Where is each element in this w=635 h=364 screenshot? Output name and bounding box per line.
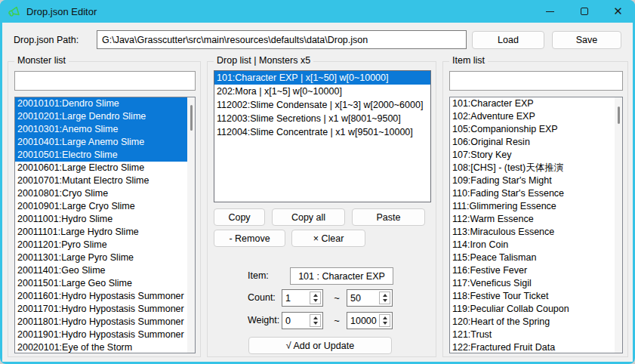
list-item[interactable]: 101:Character EXP: [450, 97, 615, 110]
spin-up-button[interactable]: [380, 315, 390, 321]
spin-down-button[interactable]: [310, 321, 320, 327]
list-item[interactable]: 20010901:Large Cryo Slime: [15, 200, 187, 213]
list-item[interactable]: 105:Companionship EXP: [450, 123, 615, 136]
count-min-spinner[interactable]: 1: [282, 289, 323, 307]
paste-button[interactable]: Paste: [352, 208, 425, 226]
spin-up-button[interactable]: [380, 292, 390, 298]
count-min-spin-buttons: [310, 292, 321, 304]
item-list-rows: 101:Character EXP102:Adventure EXP105:Co…: [450, 97, 615, 353]
minimize-button[interactable]: [533, 0, 567, 23]
list-item[interactable]: 112:Warm Essence: [450, 213, 615, 226]
weight-min-spin-buttons: [310, 314, 321, 327]
list-item[interactable]: 20020101:Eye of the Storm: [15, 341, 187, 353]
list-item[interactable]: 115:Peace Talisman: [450, 251, 615, 264]
list-item[interactable]: 102:Adventure EXP: [450, 110, 615, 123]
load-button[interactable]: Load: [472, 31, 544, 49]
add-or-update-button[interactable]: √ Add or Update: [248, 337, 392, 354]
list-item[interactable]: 20010701:Mutant Electro Slime: [15, 174, 187, 187]
chevron-down-icon: [313, 322, 318, 325]
spin-up-button[interactable]: [310, 315, 320, 321]
list-item[interactable]: 20011701:Hydro Hypostasis Summoner: [15, 303, 187, 316]
app-window: Drop.json Editor ✕ Drop.json Path: Load …: [0, 0, 635, 364]
count-min-value[interactable]: 1: [282, 293, 310, 304]
list-item[interactable]: 20011601:Hydro Hypostasis Summoner: [15, 290, 187, 303]
list-item[interactable]: 120:Heart of the Spring: [450, 316, 615, 329]
title-bar[interactable]: Drop.json Editor ✕: [0, 0, 635, 23]
spin-down-button[interactable]: [380, 298, 390, 304]
count-max-spinner[interactable]: 50: [347, 289, 393, 307]
list-item[interactable]: 119:Peculiar Collab Coupon: [450, 303, 615, 316]
list-item[interactable]: 20010401:Large Anemo Slime: [15, 136, 187, 149]
list-item[interactable]: 20011201:Pyro Slime: [15, 239, 187, 251]
list-item[interactable]: 20010201:Large Dendro Slime: [15, 110, 187, 123]
list-item[interactable]: 122:Fractured Fruit Data: [450, 341, 615, 353]
monster-list-title: Monster list: [14, 55, 69, 66]
list-item[interactable]: 20010101:Dendro Slime: [15, 97, 187, 110]
close-button[interactable]: ✕: [601, 0, 635, 23]
count-max-value[interactable]: 50: [347, 293, 379, 304]
list-item[interactable]: 116:Festive Fever: [450, 264, 615, 277]
list-item[interactable]: 112004:Slime Concentrate | x1 w[9501~100…: [214, 125, 430, 139]
monster-scrollbar-track[interactable]: [187, 97, 195, 353]
list-item[interactable]: 20011501:Large Geo Slime: [15, 277, 187, 290]
copy-all-button[interactable]: Copy all: [272, 208, 345, 226]
drop-list-group: Drop list | Monsters x5 101:Character EX…: [207, 61, 436, 357]
list-item[interactable]: 108:[CHS] - (test)天体推演: [450, 162, 615, 174]
list-item[interactable]: 20011101:Large Hydro Slime: [15, 226, 187, 239]
list-item[interactable]: 121:Trust: [450, 329, 615, 341]
chevron-down-icon: [383, 322, 387, 325]
list-item[interactable]: 112002:Slime Condensate | x[1~3] w[2000~…: [214, 98, 430, 112]
list-item[interactable]: 20010301:Anemo Slime: [15, 123, 187, 136]
count-max-spin-buttons: [379, 292, 390, 304]
item-value-field[interactable]: 101 : Character EXP: [290, 267, 393, 285]
item-scrollbar-track[interactable]: [615, 97, 622, 353]
list-item[interactable]: 20010501:Electro Slime: [15, 149, 187, 162]
item-scrollbar-thumb[interactable]: [618, 106, 620, 124]
weight-max-value[interactable]: 10000: [347, 316, 379, 326]
weight-min-spinner[interactable]: 0: [282, 312, 323, 329]
weight-max-spinner[interactable]: 10000: [347, 312, 393, 329]
list-item[interactable]: 117:Veneficus Sigil: [450, 277, 615, 290]
list-item[interactable]: 109:Fading Star's Might: [450, 174, 615, 187]
list-item[interactable]: 20010801:Cryo Slime: [15, 187, 187, 200]
monster-listbox[interactable]: 20010101:Dendro Slime20010201:Large Dend…: [14, 97, 196, 353]
list-item[interactable]: 20011901:Hydro Hypostasis Summoner: [15, 329, 187, 341]
list-item[interactable]: 202:Mora | x[1~5] w[0~10000]: [214, 85, 430, 98]
list-item[interactable]: 20011801:Hydro Hypostasis Summoner: [15, 316, 187, 329]
list-item[interactable]: 111:Glimmering Essence: [450, 200, 615, 213]
minimize-icon: [546, 11, 554, 12]
spin-down-button[interactable]: [310, 298, 320, 304]
chevron-up-icon: [313, 316, 318, 319]
list-item[interactable]: 110:Fading Star's Essence: [450, 187, 615, 200]
item-search-input[interactable]: [449, 71, 623, 91]
path-label: Drop.json Path:: [14, 35, 79, 45]
list-item[interactable]: 20011401:Geo Slime: [15, 264, 187, 277]
list-item[interactable]: 112003:Slime Secretions | x1 w[8001~9500…: [214, 112, 430, 125]
remove-button[interactable]: - Remove: [214, 230, 285, 247]
maximize-icon: [581, 8, 588, 15]
save-button[interactable]: Save: [552, 31, 621, 49]
list-item[interactable]: 20011301:Large Pyro Slime: [15, 251, 187, 264]
path-input[interactable]: [97, 30, 467, 49]
item-listbox[interactable]: 101:Character EXP102:Adventure EXP105:Co…: [449, 97, 623, 353]
weight-field-label: Weight:: [248, 315, 279, 325]
item-list-group: Item list 101:Character EXP102:Adventure…: [442, 61, 628, 357]
drop-listbox[interactable]: 101:Character EXP | x[1~50] w[0~10000]20…: [214, 70, 431, 202]
clear-button[interactable]: × Clear: [291, 230, 365, 247]
monster-scrollbar-thumb[interactable]: [190, 105, 193, 131]
list-item[interactable]: 101:Character EXP | x[1~50] w[0~10000]: [214, 71, 430, 85]
maximize-button[interactable]: [567, 0, 601, 23]
list-item[interactable]: 20010601:Large Electro Slime: [15, 162, 187, 174]
monster-search-input[interactable]: [14, 71, 196, 91]
count-field-label: Count:: [248, 292, 276, 303]
copy-button[interactable]: Copy: [214, 208, 265, 226]
list-item[interactable]: 20011001:Hydro Slime: [15, 213, 187, 226]
spin-down-button[interactable]: [380, 321, 390, 327]
list-item[interactable]: 118:Festive Tour Ticket: [450, 290, 615, 303]
list-item[interactable]: 106:Original Resin: [450, 136, 615, 149]
weight-min-value[interactable]: 0: [282, 316, 310, 326]
list-item[interactable]: 113:Miraculous Essence: [450, 226, 615, 239]
list-item[interactable]: 107:Story Key: [450, 149, 615, 162]
list-item[interactable]: 114:Iron Coin: [450, 239, 615, 251]
spin-up-button[interactable]: [310, 292, 320, 298]
